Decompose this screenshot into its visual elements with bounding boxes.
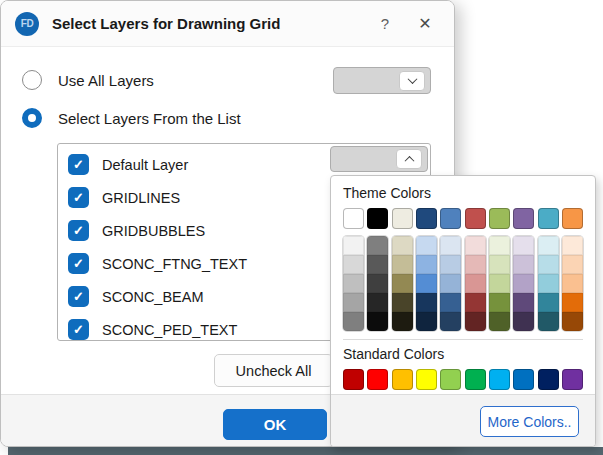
help-icon[interactable]: ?	[370, 15, 400, 32]
theme-color-swatch[interactable]	[343, 208, 364, 229]
theme-variant-swatch[interactable]	[367, 312, 388, 331]
standard-color-swatch[interactable]	[489, 369, 510, 390]
standard-color-swatch[interactable]	[440, 369, 461, 390]
theme-variant-swatch[interactable]	[367, 293, 388, 312]
theme-variant-swatch[interactable]	[465, 274, 486, 293]
theme-variant-swatch[interactable]	[392, 274, 413, 293]
theme-variant-swatch[interactable]	[440, 255, 461, 274]
theme-variant-swatch[interactable]	[538, 312, 559, 331]
theme-variant-swatch[interactable]	[392, 312, 413, 331]
theme-variant-swatch[interactable]	[538, 274, 559, 293]
theme-variant-swatch[interactable]	[416, 293, 437, 312]
uncheck-all-button[interactable]: Uncheck All	[214, 354, 333, 387]
theme-variant-swatch[interactable]	[562, 312, 583, 331]
theme-variant-swatch[interactable]	[465, 312, 486, 331]
theme-variant-swatch[interactable]	[440, 312, 461, 331]
theme-color-swatch[interactable]	[392, 208, 413, 229]
theme-variant-swatch[interactable]	[489, 236, 510, 255]
checkbox-checked[interactable]: ✓	[68, 286, 89, 307]
theme-variant-swatch[interactable]	[489, 274, 510, 293]
theme-variant-swatch[interactable]	[489, 312, 510, 331]
theme-variant-swatch[interactable]	[440, 236, 461, 255]
theme-variant-swatch[interactable]	[513, 293, 534, 312]
theme-variant-swatch[interactable]	[367, 255, 388, 274]
chevron-up-icon	[404, 155, 414, 165]
theme-variant-swatch[interactable]	[343, 255, 364, 274]
ok-button[interactable]: OK	[223, 409, 327, 440]
theme-color-swatch[interactable]	[416, 208, 437, 229]
standard-color-swatch[interactable]	[343, 369, 364, 390]
theme-variant-swatch[interactable]	[562, 236, 583, 255]
theme-variant-swatch[interactable]	[465, 255, 486, 274]
default-layer-color-dropdown[interactable]	[330, 146, 428, 172]
checkbox-checked[interactable]: ✓	[68, 154, 89, 175]
standard-color-swatch[interactable]	[392, 369, 413, 390]
theme-variant-swatch[interactable]	[513, 312, 534, 331]
theme-variant-swatch[interactable]	[343, 236, 364, 255]
standard-color-swatch[interactable]	[416, 369, 437, 390]
theme-variant-swatch[interactable]	[489, 293, 510, 312]
checkbox-checked[interactable]: ✓	[68, 253, 89, 274]
theme-variant-swatch[interactable]	[343, 293, 364, 312]
radio-use-all-layers[interactable]	[22, 70, 42, 90]
theme-variant-column	[343, 236, 364, 331]
theme-color-swatch[interactable]	[465, 208, 486, 229]
radio-use-all-layers-label[interactable]: Use All Layers	[58, 72, 154, 89]
standard-color-swatch[interactable]	[538, 369, 559, 390]
chevron-down-icon	[407, 74, 417, 84]
standard-color-swatch[interactable]	[367, 369, 388, 390]
theme-color-swatch[interactable]	[538, 208, 559, 229]
theme-variant-swatch[interactable]	[440, 274, 461, 293]
theme-variant-swatch[interactable]	[465, 236, 486, 255]
theme-variant-swatch[interactable]	[513, 255, 534, 274]
theme-variant-swatch[interactable]	[440, 293, 461, 312]
radio-select-from-list[interactable]	[22, 108, 42, 128]
theme-variant-swatch[interactable]	[562, 255, 583, 274]
theme-color-swatch[interactable]	[562, 208, 583, 229]
theme-variant-swatch[interactable]	[562, 293, 583, 312]
theme-variant-swatch[interactable]	[416, 274, 437, 293]
standard-color-swatch[interactable]	[562, 369, 583, 390]
theme-variant-swatch[interactable]	[416, 236, 437, 255]
theme-variant-swatch[interactable]	[392, 236, 413, 255]
theme-variant-swatch[interactable]	[367, 274, 388, 293]
theme-variant-swatch[interactable]	[538, 255, 559, 274]
standard-color-swatch[interactable]	[465, 369, 486, 390]
standard-colors-label: Standard Colors	[343, 346, 583, 362]
theme-variant-swatch[interactable]	[416, 312, 437, 331]
close-icon[interactable]: ✕	[410, 14, 440, 33]
theme-variant-swatch[interactable]	[343, 274, 364, 293]
theme-color-swatch[interactable]	[489, 208, 510, 229]
app-icon: FD	[15, 12, 39, 36]
theme-colors-row	[343, 208, 583, 229]
theme-variant-swatch[interactable]	[513, 274, 534, 293]
more-colors-button[interactable]: More Colors..	[480, 406, 579, 437]
use-all-layers-color-dropdown[interactable]	[333, 67, 431, 94]
theme-color-swatch[interactable]	[513, 208, 534, 229]
theme-variant-swatch[interactable]	[489, 255, 510, 274]
screen: FD Select Layers for Drawning Grid ? ✕ U…	[0, 0, 603, 455]
dropdown-open-button[interactable]	[399, 71, 425, 91]
theme-variant-swatch[interactable]	[562, 274, 583, 293]
checkbox-checked[interactable]: ✓	[68, 187, 89, 208]
theme-variant-swatch[interactable]	[392, 293, 413, 312]
theme-variant-swatch[interactable]	[392, 255, 413, 274]
theme-variant-swatch[interactable]	[416, 255, 437, 274]
theme-variant-swatch[interactable]	[538, 236, 559, 255]
theme-variant-column	[513, 236, 534, 331]
picker-footer: More Colors..	[331, 394, 595, 446]
theme-variant-swatch[interactable]	[538, 293, 559, 312]
dropdown-close-button[interactable]	[396, 149, 422, 169]
radio-select-from-list-label[interactable]: Select Layers From the List	[58, 110, 241, 127]
theme-color-swatch[interactable]	[440, 208, 461, 229]
theme-variant-swatch[interactable]	[465, 293, 486, 312]
checkbox-checked[interactable]: ✓	[68, 220, 89, 241]
checkbox-checked[interactable]: ✓	[68, 319, 89, 340]
color-picker-popup: Theme Colors Standard Colors More Colors…	[330, 175, 596, 447]
theme-variant-swatch[interactable]	[367, 236, 388, 255]
standard-color-swatch[interactable]	[513, 369, 534, 390]
theme-variant-swatch[interactable]	[343, 312, 364, 331]
layer-name: SCONC_FTNG_TEXT	[102, 256, 247, 272]
theme-color-swatch[interactable]	[367, 208, 388, 229]
theme-variant-swatch[interactable]	[513, 236, 534, 255]
